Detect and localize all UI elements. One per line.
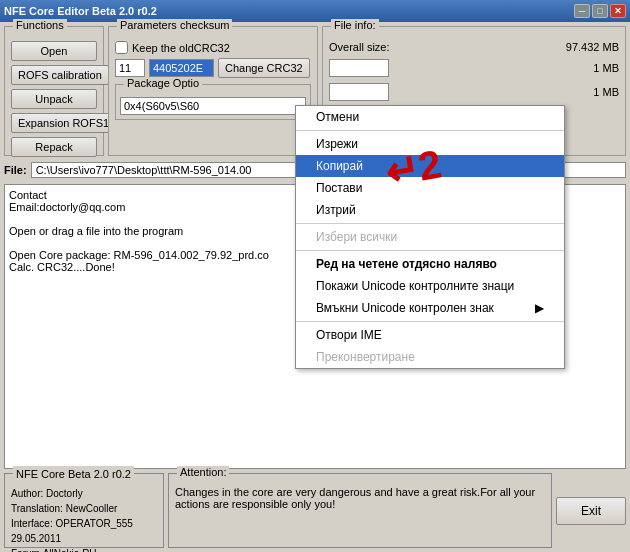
menu-item-open-ime[interactable]: Отвори IME <box>296 324 564 346</box>
menu-item-reconvert[interactable]: Преконвертиране <box>296 346 564 368</box>
menu-item-cut[interactable]: Изрежи <box>296 133 564 155</box>
menu-separator-2 <box>296 223 564 224</box>
menu-separator-4 <box>296 321 564 322</box>
submenu-arrow-icon: ▶ <box>535 301 544 315</box>
menu-item-delete[interactable]: Изтрий <box>296 199 564 221</box>
menu-separator-1 <box>296 130 564 131</box>
context-menu-overlay[interactable]: Отмени Изрежи Копирай Постави Изтрий Изб… <box>0 0 630 552</box>
menu-item-select-all[interactable]: Избери всички <box>296 226 564 248</box>
context-menu: Отмени Изрежи Копирай Постави Изтрий Изб… <box>295 105 565 369</box>
menu-item-insert-unicode[interactable]: Вмъкни Unicode контролен знак ▶ <box>296 297 564 319</box>
menu-item-show-unicode[interactable]: Покажи Unicode контролните знаци <box>296 275 564 297</box>
menu-item-cancel[interactable]: Отмени <box>296 106 564 128</box>
menu-item-paste[interactable]: Постави <box>296 177 564 199</box>
menu-item-copy[interactable]: Копирай <box>296 155 564 177</box>
menu-item-rtl[interactable]: Ред на четене отдясно наляво <box>296 253 564 275</box>
menu-separator-3 <box>296 250 564 251</box>
